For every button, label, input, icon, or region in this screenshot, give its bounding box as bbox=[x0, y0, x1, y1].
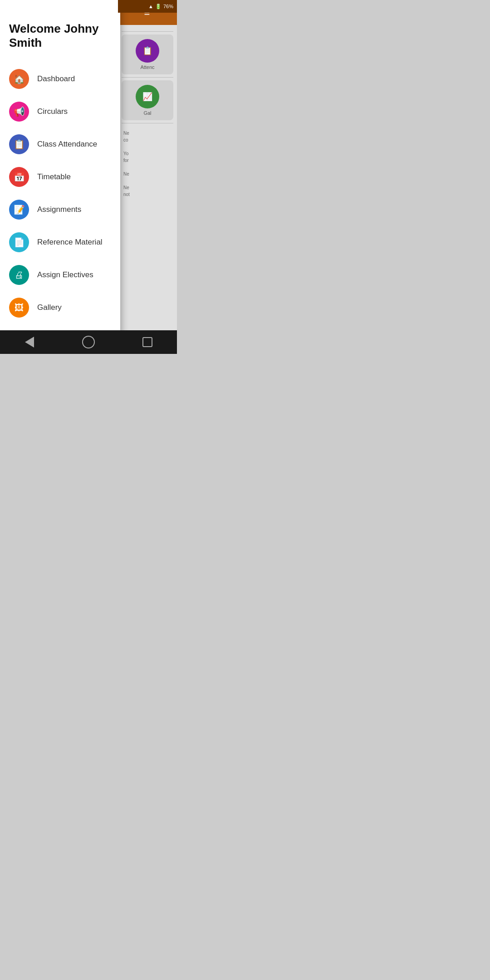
drawer-header: Welcome Johny Smith bbox=[0, 0, 120, 59]
battery-percent: 76% bbox=[163, 4, 173, 9]
gallery-label: Gal bbox=[143, 110, 151, 116]
divider2 bbox=[122, 77, 173, 78]
reference-material-label: Reference Material bbox=[37, 238, 103, 247]
attendance-label: Attenc bbox=[140, 64, 154, 70]
gallery-icon: 🖼 bbox=[9, 298, 29, 318]
nav-item-dashboard[interactable]: 🏠 Dashboard bbox=[0, 63, 120, 95]
attendance-card: 📋 Attenc bbox=[122, 34, 173, 74]
status-icons: ▲ 🔋 76% bbox=[148, 4, 173, 10]
signal-icon: ▲ bbox=[148, 4, 153, 9]
status-bar: ▲ 🔋 76% bbox=[118, 0, 177, 13]
timetable-label: Timetable bbox=[37, 172, 71, 181]
drawer-nav: 🏠 Dashboard 📢 Circulars 📋 Class Attendan… bbox=[0, 59, 120, 331]
class-attendance-label: Class Attendance bbox=[37, 140, 97, 149]
nav-drawer: Welcome Johny Smith 🏠 Dashboard 📢 Circul… bbox=[0, 0, 120, 354]
recents-icon bbox=[142, 337, 152, 347]
gallery-label: Gallery bbox=[37, 303, 62, 312]
circulars-icon: 📢 bbox=[9, 102, 29, 122]
assign-electives-label: Assign Electives bbox=[37, 270, 93, 279]
bottom-nav bbox=[0, 330, 177, 354]
home-icon bbox=[82, 336, 95, 348]
nav-item-circulars[interactable]: 📢 Circulars bbox=[0, 95, 120, 128]
assignments-icon: 📝 bbox=[9, 200, 29, 220]
drawer-title: Welcome Johny Smith bbox=[9, 22, 111, 50]
nav-item-assignments[interactable]: 📝 Assignments bbox=[0, 193, 120, 226]
reference-material-icon: 📄 bbox=[9, 232, 29, 252]
nav-item-timetable[interactable]: 📅 Timetable bbox=[0, 161, 120, 193]
gallery-card: 📈 Gal bbox=[122, 80, 173, 120]
dashboard-icon: 🏠 bbox=[9, 69, 29, 89]
right-text-block: Ne co Yo for Ne Ne not bbox=[122, 126, 173, 201]
assign-electives-icon: 🖨 bbox=[9, 265, 29, 285]
battery-icon: 🔋 bbox=[155, 4, 162, 10]
nav-item-reference-material[interactable]: 📄 Reference Material bbox=[0, 226, 120, 259]
back-button[interactable] bbox=[18, 333, 41, 351]
timetable-icon: 📅 bbox=[9, 167, 29, 187]
class-attendance-icon: 📋 bbox=[9, 134, 29, 154]
home-button[interactable] bbox=[77, 333, 100, 351]
divider bbox=[122, 31, 173, 32]
nav-item-gallery[interactable]: 🖼 Gallery bbox=[0, 291, 120, 324]
assignments-label: Assignments bbox=[37, 205, 81, 214]
circulars-label: Circulars bbox=[37, 107, 68, 116]
recents-button[interactable] bbox=[136, 333, 159, 351]
dashboard-label: Dashboard bbox=[37, 74, 75, 83]
nav-item-assign-electives[interactable]: 🖨 Assign Electives bbox=[0, 259, 120, 291]
back-icon bbox=[25, 337, 34, 348]
divider3 bbox=[122, 123, 173, 123]
nav-item-class-attendance[interactable]: 📋 Class Attendance bbox=[0, 128, 120, 161]
